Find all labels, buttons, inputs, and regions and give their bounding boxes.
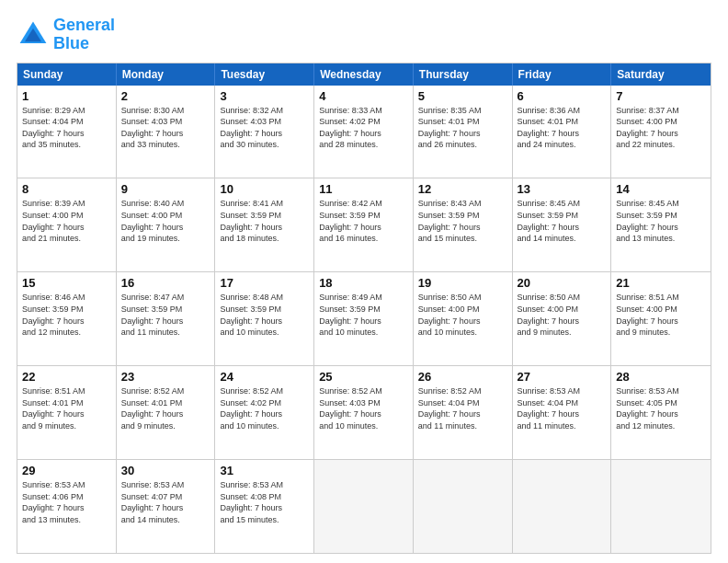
day-number-24: 24 — [220, 370, 309, 384]
cell-18: 18Sunrise: 8:49 AM Sunset: 3:59 PM Dayli… — [314, 272, 414, 365]
cell-info-5: Sunrise: 8:35 AM Sunset: 4:01 PM Dayligh… — [418, 105, 507, 151]
cell-28: 28Sunrise: 8:53 AM Sunset: 4:05 PM Dayli… — [611, 366, 711, 459]
day-number-13: 13 — [518, 182, 607, 196]
day-number-30: 30 — [121, 464, 210, 477]
cell-19: 19Sunrise: 8:50 AM Sunset: 4:00 PM Dayli… — [414, 272, 513, 365]
cell-info-6: Sunrise: 8:36 AM Sunset: 4:01 PM Dayligh… — [518, 105, 607, 151]
logo: General Blue — [17, 17, 115, 53]
day-number-4: 4 — [319, 89, 408, 103]
cell-17: 17Sunrise: 8:48 AM Sunset: 3:59 PM Dayli… — [215, 272, 314, 365]
cell-10: 10Sunrise: 8:41 AM Sunset: 3:59 PM Dayli… — [215, 178, 314, 271]
week-row-1: 1Sunrise: 8:29 AM Sunset: 4:04 PM Daylig… — [17, 86, 711, 178]
cell-31: 31Sunrise: 8:53 AM Sunset: 4:08 PM Dayli… — [215, 460, 314, 553]
day-number-27: 27 — [518, 370, 607, 384]
cell-26: 26Sunrise: 8:52 AM Sunset: 4:04 PM Dayli… — [414, 366, 513, 459]
cell-14: 14Sunrise: 8:45 AM Sunset: 3:59 PM Dayli… — [611, 178, 711, 271]
logo-text: General Blue — [53, 17, 115, 53]
cell-24: 24Sunrise: 8:52 AM Sunset: 4:02 PM Dayli… — [215, 366, 314, 459]
cell-20: 20Sunrise: 8:50 AM Sunset: 4:00 PM Dayli… — [513, 272, 612, 365]
cell-4: 4Sunrise: 8:33 AM Sunset: 4:02 PM Daylig… — [314, 86, 414, 178]
day-number-21: 21 — [616, 276, 706, 290]
day-number-3: 3 — [220, 89, 309, 103]
cell-11: 11Sunrise: 8:42 AM Sunset: 3:59 PM Dayli… — [314, 178, 414, 271]
cell-3: 3Sunrise: 8:32 AM Sunset: 4:03 PM Daylig… — [215, 86, 314, 178]
cell-info-28: Sunrise: 8:53 AM Sunset: 4:05 PM Dayligh… — [616, 385, 706, 431]
cell-info-25: Sunrise: 8:52 AM Sunset: 4:03 PM Dayligh… — [319, 385, 408, 431]
cell-29: 29Sunrise: 8:53 AM Sunset: 4:06 PM Dayli… — [17, 460, 117, 553]
cell-info-20: Sunrise: 8:50 AM Sunset: 4:00 PM Dayligh… — [518, 292, 607, 338]
week-row-5: 29Sunrise: 8:53 AM Sunset: 4:06 PM Dayli… — [17, 459, 711, 553]
day-number-15: 15 — [22, 276, 111, 290]
cell-16: 16Sunrise: 8:47 AM Sunset: 3:59 PM Dayli… — [117, 272, 216, 365]
day-number-14: 14 — [616, 182, 706, 196]
cell-info-18: Sunrise: 8:49 AM Sunset: 3:59 PM Dayligh… — [319, 292, 408, 338]
cell-info-13: Sunrise: 8:45 AM Sunset: 3:59 PM Dayligh… — [518, 198, 607, 244]
day-number-12: 12 — [418, 182, 507, 196]
day-number-7: 7 — [616, 89, 706, 103]
header: General Blue — [17, 17, 711, 53]
cell-12: 12Sunrise: 8:43 AM Sunset: 3:59 PM Dayli… — [414, 178, 513, 271]
cell-2: 2Sunrise: 8:30 AM Sunset: 4:03 PM Daylig… — [117, 86, 216, 178]
calendar-body: 1Sunrise: 8:29 AM Sunset: 4:04 PM Daylig… — [17, 86, 711, 553]
cell-empty-4-3 — [314, 460, 414, 553]
cell-6: 6Sunrise: 8:36 AM Sunset: 4:01 PM Daylig… — [513, 86, 612, 178]
calendar: Sunday Monday Tuesday Wednesday Thursday… — [17, 63, 711, 554]
week-row-3: 15Sunrise: 8:46 AM Sunset: 3:59 PM Dayli… — [17, 271, 711, 365]
header-friday: Friday — [513, 63, 612, 86]
cell-info-1: Sunrise: 8:29 AM Sunset: 4:04 PM Dayligh… — [22, 105, 111, 151]
cell-empty-4-4 — [414, 460, 513, 553]
day-number-29: 29 — [22, 464, 111, 477]
cell-5: 5Sunrise: 8:35 AM Sunset: 4:01 PM Daylig… — [414, 86, 513, 178]
cell-info-22: Sunrise: 8:51 AM Sunset: 4:01 PM Dayligh… — [22, 385, 111, 431]
cell-7: 7Sunrise: 8:37 AM Sunset: 4:00 PM Daylig… — [611, 86, 711, 178]
cell-9: 9Sunrise: 8:40 AM Sunset: 4:00 PM Daylig… — [117, 178, 216, 271]
day-number-6: 6 — [518, 89, 607, 103]
cell-info-30: Sunrise: 8:53 AM Sunset: 4:07 PM Dayligh… — [121, 479, 210, 525]
week-row-2: 8Sunrise: 8:39 AM Sunset: 4:00 PM Daylig… — [17, 178, 711, 271]
header-tuesday: Tuesday — [215, 63, 314, 86]
cell-empty-4-5 — [513, 460, 612, 553]
cell-1: 1Sunrise: 8:29 AM Sunset: 4:04 PM Daylig… — [17, 86, 117, 178]
week-row-4: 22Sunrise: 8:51 AM Sunset: 4:01 PM Dayli… — [17, 365, 711, 459]
cell-info-12: Sunrise: 8:43 AM Sunset: 3:59 PM Dayligh… — [418, 198, 507, 244]
header-wednesday: Wednesday — [314, 63, 414, 86]
day-number-2: 2 — [121, 89, 210, 103]
cell-info-4: Sunrise: 8:33 AM Sunset: 4:02 PM Dayligh… — [319, 105, 408, 151]
cell-info-8: Sunrise: 8:39 AM Sunset: 4:00 PM Dayligh… — [22, 198, 111, 244]
cell-info-21: Sunrise: 8:51 AM Sunset: 4:00 PM Dayligh… — [616, 292, 706, 338]
cell-8: 8Sunrise: 8:39 AM Sunset: 4:00 PM Daylig… — [17, 178, 117, 271]
cell-info-10: Sunrise: 8:41 AM Sunset: 3:59 PM Dayligh… — [220, 198, 309, 244]
day-number-11: 11 — [319, 182, 408, 196]
header-thursday: Thursday — [414, 63, 513, 86]
cell-info-29: Sunrise: 8:53 AM Sunset: 4:06 PM Dayligh… — [22, 479, 111, 525]
day-number-26: 26 — [418, 370, 507, 384]
day-number-20: 20 — [518, 276, 607, 290]
day-number-18: 18 — [319, 276, 408, 290]
cell-info-26: Sunrise: 8:52 AM Sunset: 4:04 PM Dayligh… — [418, 385, 507, 431]
cell-info-9: Sunrise: 8:40 AM Sunset: 4:00 PM Dayligh… — [121, 198, 210, 244]
cell-25: 25Sunrise: 8:52 AM Sunset: 4:03 PM Dayli… — [314, 366, 414, 459]
header-saturday: Saturday — [611, 63, 711, 86]
day-number-9: 9 — [121, 182, 210, 196]
cell-15: 15Sunrise: 8:46 AM Sunset: 3:59 PM Dayli… — [17, 272, 117, 365]
day-number-25: 25 — [319, 370, 408, 384]
day-number-17: 17 — [220, 276, 309, 290]
cell-info-19: Sunrise: 8:50 AM Sunset: 4:00 PM Dayligh… — [418, 292, 507, 338]
cell-22: 22Sunrise: 8:51 AM Sunset: 4:01 PM Dayli… — [17, 366, 117, 459]
page: General Blue Sunday Monday Tuesday Wedne… — [0, 0, 728, 563]
day-number-31: 31 — [220, 464, 309, 477]
cell-30: 30Sunrise: 8:53 AM Sunset: 4:07 PM Dayli… — [117, 460, 216, 553]
cell-info-17: Sunrise: 8:48 AM Sunset: 3:59 PM Dayligh… — [220, 292, 309, 338]
cell-info-2: Sunrise: 8:30 AM Sunset: 4:03 PM Dayligh… — [121, 105, 210, 151]
day-number-8: 8 — [22, 182, 111, 196]
cell-info-15: Sunrise: 8:46 AM Sunset: 3:59 PM Dayligh… — [22, 292, 111, 338]
day-number-1: 1 — [22, 89, 111, 103]
cell-23: 23Sunrise: 8:52 AM Sunset: 4:01 PM Dayli… — [117, 366, 216, 459]
header-monday: Monday — [117, 63, 216, 86]
cell-13: 13Sunrise: 8:45 AM Sunset: 3:59 PM Dayli… — [513, 178, 612, 271]
logo-icon — [17, 18, 50, 52]
calendar-header-row: Sunday Monday Tuesday Wednesday Thursday… — [17, 63, 711, 86]
cell-info-27: Sunrise: 8:53 AM Sunset: 4:04 PM Dayligh… — [518, 385, 607, 431]
day-number-16: 16 — [121, 276, 210, 290]
day-number-23: 23 — [121, 370, 210, 384]
